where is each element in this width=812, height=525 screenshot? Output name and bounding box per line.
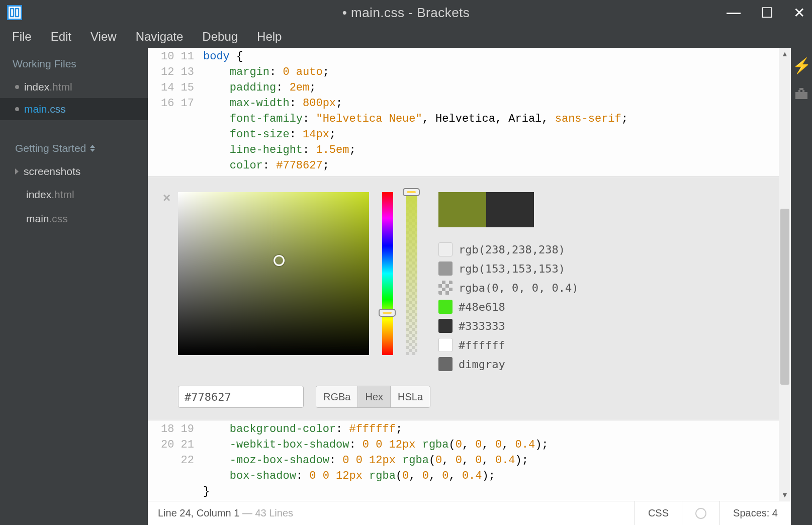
- window-controls: — ☐ ✕: [727, 5, 805, 21]
- workspace: Working Files index.html main.css Gettin…: [0, 48, 812, 525]
- swatch-row[interactable]: #ffffff: [438, 338, 765, 352]
- hue-thumb[interactable]: [379, 309, 396, 317]
- swatch-label: #48e618: [459, 301, 505, 313]
- svg-rect-0: [11, 9, 14, 17]
- swatch-chip: [438, 357, 453, 371]
- menu-debug[interactable]: Debug: [195, 28, 245, 46]
- minimize-button[interactable]: —: [727, 5, 741, 21]
- hue-slider[interactable]: [382, 192, 393, 355]
- right-toolbar: ⚡: [791, 48, 812, 525]
- alpha-thumb[interactable]: [403, 188, 420, 196]
- folder-screenshots[interactable]: screenshots: [0, 160, 148, 183]
- swatch-old: [486, 192, 534, 227]
- swatch-chip: [438, 242, 453, 256]
- live-preview-icon[interactable]: ⚡: [792, 57, 811, 74]
- swatch-label: #333333: [459, 320, 505, 332]
- gutter: 18 19 20 21 22: [148, 420, 203, 501]
- swatch-row[interactable]: rgb(238,238,238): [438, 242, 765, 256]
- project-title: Getting Started: [15, 142, 86, 154]
- project-file-main[interactable]: main.css: [0, 207, 148, 231]
- cursor-position[interactable]: Line 24, Column 1 — 43 Lines: [158, 507, 293, 519]
- swatch-chip: [438, 319, 453, 333]
- editor[interactable]: 10 11 12 13 14 15 16 17 body { margin: 0…: [148, 48, 791, 501]
- project-dropdown[interactable]: Getting Started: [0, 135, 148, 160]
- vertical-scrollbar[interactable]: ▲ ▼: [779, 48, 791, 501]
- swatch-row[interactable]: rgba(0, 0, 0, 0.4): [438, 281, 765, 295]
- close-icon[interactable]: ×: [163, 190, 170, 206]
- status-bar: Line 24, Column 1 — 43 Lines CSS Spaces:…: [148, 501, 791, 525]
- swatch-label: dimgray: [459, 358, 505, 371]
- swatch-row[interactable]: dimgray: [438, 357, 765, 371]
- working-file-index[interactable]: index.html: [0, 76, 148, 98]
- color-value-input[interactable]: [178, 386, 304, 408]
- format-hsla[interactable]: HSLa: [391, 386, 430, 407]
- menu-edit[interactable]: Edit: [44, 28, 78, 46]
- menu-view[interactable]: View: [83, 28, 124, 46]
- language-mode[interactable]: CSS: [635, 501, 682, 525]
- maximize-button[interactable]: ☐: [761, 5, 773, 21]
- swatch-chip: [438, 300, 453, 314]
- swatch-label: rgba(0, 0, 0, 0.4): [459, 282, 578, 294]
- swatch-list: rgb(238,238,238)rgb(153,153,153)rgba(0, …: [438, 242, 765, 371]
- code-area-bottom[interactable]: 18 19 20 21 22 background-color: #ffffff…: [148, 420, 779, 501]
- window-title: • main.css - Brackets: [342, 5, 470, 21]
- menu-navigate[interactable]: Navigate: [129, 28, 191, 46]
- editor-column: 10 11 12 13 14 15 16 17 body { margin: 0…: [148, 48, 791, 525]
- indent-settings[interactable]: Spaces: 4: [719, 501, 791, 525]
- chevron-right-icon: [15, 168, 19, 174]
- swatch-label: rgb(238,238,238): [459, 243, 565, 256]
- swatch-row[interactable]: rgb(153,153,153): [438, 261, 765, 276]
- format-rgba[interactable]: RGBa: [316, 386, 358, 407]
- linting-status[interactable]: [682, 501, 719, 525]
- working-file-main[interactable]: main.css: [0, 98, 148, 120]
- swatch-chip: [438, 338, 453, 352]
- swatch-label: rgb(153,153,153): [459, 262, 565, 275]
- scroll-down-icon[interactable]: ▼: [779, 489, 791, 501]
- sidebar: Working Files index.html main.css Gettin…: [0, 48, 148, 525]
- format-hex[interactable]: Hex: [358, 386, 391, 407]
- menu-file[interactable]: File: [5, 28, 39, 46]
- project-file-index[interactable]: index.html: [0, 183, 148, 207]
- gutter: 10 11 12 13 14 15 16 17: [148, 48, 203, 177]
- current-original-swatch: [438, 192, 534, 227]
- swatch-row[interactable]: #48e618: [438, 300, 765, 314]
- menu-bar: File Edit View Navigate Debug Help: [0, 25, 812, 48]
- close-button[interactable]: ✕: [793, 5, 805, 21]
- swatch-row[interactable]: #333333: [438, 319, 765, 333]
- code-area-top[interactable]: 10 11 12 13 14 15 16 17 body { margin: 0…: [148, 48, 779, 177]
- sv-handle[interactable]: [274, 255, 285, 266]
- spinner-icon: [695, 508, 706, 519]
- swatch-panel: rgb(238,238,238)rgb(153,153,153)rgba(0, …: [430, 192, 765, 410]
- svg-rect-1: [16, 9, 19, 17]
- swatch-chip: [438, 261, 453, 276]
- menu-help[interactable]: Help: [250, 28, 289, 46]
- saturation-value-field[interactable]: [178, 192, 369, 355]
- code-lines[interactable]: background-color: #ffffff; -webkit-box-s…: [203, 420, 779, 501]
- extension-manager-icon[interactable]: [794, 86, 808, 103]
- swatch-chip: [438, 281, 453, 295]
- inline-color-editor: ×: [148, 177, 779, 420]
- swatch-label: #ffffff: [459, 339, 505, 352]
- swatch-new: [438, 192, 486, 227]
- dirty-dot-icon: [15, 85, 19, 89]
- working-files-title: Working Files: [0, 48, 148, 76]
- alpha-slider[interactable]: [406, 192, 417, 355]
- title-bar: • main.css - Brackets — ☐ ✕: [0, 0, 812, 25]
- app-logo-icon: [7, 5, 22, 20]
- scroll-up-icon[interactable]: ▲: [779, 48, 791, 60]
- dirty-dot-icon: [15, 107, 19, 111]
- scrollbar-thumb[interactable]: [780, 209, 789, 385]
- code-lines[interactable]: body { margin: 0 auto; padding: 2em; max…: [203, 48, 779, 177]
- format-toggle: RGBa Hex HSLa: [316, 386, 430, 408]
